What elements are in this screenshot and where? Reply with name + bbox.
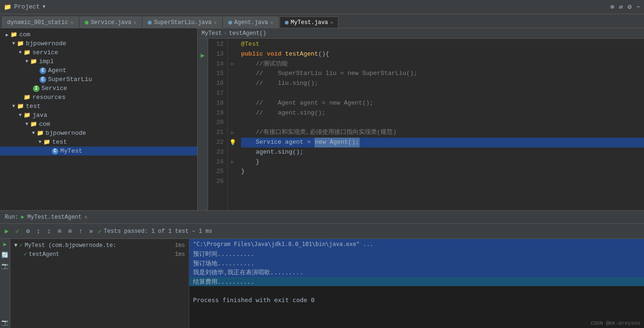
nav-icon-1[interactable]: ⊕ bbox=[610, 3, 614, 11]
resources-folder-icon: 📁 bbox=[24, 94, 31, 101]
console-line-3: 我是刘德华,我正在表演唱歌......... bbox=[189, 268, 644, 277]
bulb-icon-line22[interactable]: 💡 bbox=[229, 139, 236, 146]
tree-label-agent: Agent bbox=[48, 67, 66, 74]
tab-dynamic[interactable]: dynamic_001_static ✕ bbox=[2, 16, 79, 28]
bottom-toolbar: ▶ ✓ ⊘ ↕ ↕ ≡ ≡ ↑ » ✓ Tests passed: 1 of 1… bbox=[0, 224, 644, 239]
run-icon: ▶ bbox=[21, 213, 24, 221]
tree-item-bjpowernode[interactable]: ▼ 📁 bjpowernode bbox=[0, 39, 197, 48]
tree-item-service[interactable]: ▼ 📁 service bbox=[0, 48, 197, 57]
tab-superstar-dot bbox=[148, 21, 152, 25]
check-button[interactable]: ✓ bbox=[13, 226, 21, 236]
tree-arrow-bjpowernode2: ▼ bbox=[30, 131, 37, 136]
run-button[interactable]: ▶ bbox=[3, 226, 10, 236]
file-icon-service: I bbox=[33, 85, 40, 92]
tree-arrow-test2: ▼ bbox=[37, 139, 43, 145]
tree-item-service-iface[interactable]: I Service bbox=[0, 84, 197, 93]
sort-desc-button[interactable]: ↕ bbox=[45, 227, 53, 236]
more-button[interactable]: » bbox=[87, 227, 95, 236]
bottom-gutter-icon1: ▶ bbox=[3, 241, 7, 248]
tab-service-dot bbox=[85, 21, 89, 25]
tab-agent-close[interactable]: ✕ bbox=[271, 20, 274, 25]
sort-asc-button[interactable]: ↕ bbox=[34, 227, 42, 236]
tree-arrow-test: ▼ bbox=[10, 104, 17, 109]
tree-item-test2[interactable]: ▼ 📁 test bbox=[0, 138, 197, 147]
tree-item-resources[interactable]: 📁 resources bbox=[0, 93, 197, 102]
tree-label-service: service bbox=[32, 49, 58, 56]
test-tree-root[interactable]: ▼ ✓ MyTest (com.bjpowernode.te: 1ms bbox=[12, 241, 187, 250]
nav-up-button[interactable]: ↑ bbox=[77, 227, 84, 236]
folder-icon-service: 📁 bbox=[24, 49, 31, 56]
tree-label-impl: impl bbox=[39, 58, 54, 65]
tree-item-test[interactable]: ▼ 📁 test bbox=[0, 102, 197, 111]
nav-icon-2[interactable]: ⇄ bbox=[619, 3, 623, 11]
filter1-button[interactable]: ≡ bbox=[56, 227, 63, 236]
tab-bar: dynamic_001_static ✕ Service.java ✕ Supe… bbox=[0, 14, 644, 28]
tree-item-agent[interactable]: C Agent bbox=[0, 66, 197, 75]
folder-icon-impl: 📁 bbox=[30, 58, 37, 65]
tab-agent-dot bbox=[228, 21, 232, 25]
code-line-12: @Test bbox=[241, 40, 644, 49]
tree-item-com[interactable]: ▶ 📁 com bbox=[0, 30, 197, 39]
tree-label-test: test bbox=[26, 103, 40, 110]
minimize-icon[interactable]: − bbox=[636, 3, 640, 11]
bottom-gutter-icon4: 📷 bbox=[1, 319, 8, 326]
code-line-21: //有接口和实现类,必须使用接口指向实现类(规范) bbox=[241, 128, 644, 138]
tree-arrow-service: ▼ bbox=[17, 50, 24, 55]
stop-button[interactable]: ⊘ bbox=[24, 226, 32, 236]
tree-label-bjpowernode2: bjpowernode bbox=[46, 130, 86, 137]
tree-item-superstarliu[interactable]: C SuperStarLiu bbox=[0, 75, 197, 84]
tab-service-close[interactable]: ✕ bbox=[134, 20, 137, 25]
code-line-23: agent.sing(); bbox=[241, 148, 644, 157]
tree-arrow-bjpowernode: ▼ bbox=[10, 41, 17, 46]
tree-item-impl[interactable]: ▼ 📁 impl bbox=[0, 57, 197, 66]
tab-agent-label: Agent.java bbox=[234, 19, 268, 26]
run-label-bar: Run: ▶ MyTest.testAgent ✕ bbox=[0, 211, 644, 224]
tab-mytest-label: MyTest.java bbox=[291, 19, 328, 26]
tab-superstar-label: SuperStarLiu.java bbox=[154, 19, 211, 26]
code-line-24: } bbox=[241, 157, 644, 167]
tree-item-mytest[interactable]: C MyTest bbox=[0, 147, 197, 156]
bookmark-gutter: ▷ ▷ 💡 ▷ bbox=[228, 39, 237, 210]
code-line-20 bbox=[241, 118, 644, 128]
tab-mytest[interactable]: MyTest.java ✕ bbox=[280, 16, 338, 28]
tree-item-java[interactable]: ▼ 📁 java bbox=[0, 111, 197, 120]
tab-agent[interactable]: Agent.java ✕ bbox=[223, 16, 279, 28]
tab-dynamic-close[interactable]: ✕ bbox=[71, 20, 73, 25]
tree-item-com2[interactable]: ▼ 📁 com bbox=[0, 120, 197, 129]
code-line-18: // Agent agent = new Agent(); bbox=[241, 98, 644, 108]
filter2-button[interactable]: ≡ bbox=[66, 227, 74, 236]
tree-label-com: com bbox=[19, 31, 30, 38]
file-icon-superstarliu: C bbox=[40, 76, 46, 83]
run-tab-close[interactable]: ✕ bbox=[84, 214, 88, 220]
tree-item-bjpowernode2[interactable]: ▼ 📁 bjpowernode bbox=[0, 129, 197, 138]
test-tree-check-agent: ✓ bbox=[24, 251, 27, 258]
console-header: "C:\Program Files\Java\jdk1.8.0_101\bin\… bbox=[189, 239, 644, 249]
run-gutter: ▶ bbox=[198, 39, 208, 210]
folder-icon-com2: 📁 bbox=[30, 121, 37, 128]
tree-arrow-com: ▶ bbox=[4, 32, 10, 38]
code-line-19: // agent.sing(); bbox=[241, 108, 644, 118]
console-area: "C:\Program Files\Java\jdk1.8.0_101\bin\… bbox=[189, 239, 644, 328]
code-line-17 bbox=[241, 89, 644, 98]
project-label: Project bbox=[14, 3, 40, 10]
tree-arrow-com2: ▼ bbox=[24, 122, 30, 127]
watermark: CSDN @KK-Greyson bbox=[590, 320, 640, 326]
test-tree-agent-time: 1ms bbox=[175, 251, 185, 258]
project-dropdown-icon[interactable]: ▼ bbox=[43, 4, 46, 9]
tab-superstar[interactable]: SuperStarLiu.java ✕ bbox=[143, 16, 222, 28]
project-folder-icon: 📁 bbox=[4, 3, 11, 11]
file-icon-mytest: C bbox=[52, 148, 58, 155]
line-numbers: 12 13 14 15 16 17 18 19 20 21 22 23 24 2… bbox=[208, 39, 228, 210]
tree-label-com2: com bbox=[39, 121, 50, 128]
run-gutter-icon[interactable]: ▶ bbox=[201, 50, 204, 61]
tab-dynamic-label: dynamic_001_static bbox=[7, 19, 68, 26]
test-check-icon: ✓ bbox=[98, 228, 102, 235]
console-line-5 bbox=[189, 286, 644, 295]
tab-superstar-close[interactable]: ✕ bbox=[214, 20, 217, 25]
tab-service[interactable]: Service.java ✕ bbox=[80, 16, 142, 28]
bottom-panel: Run: ▶ MyTest.testAgent ✕ ▶ ✓ ⊘ ↕ ↕ ≡ ≡ … bbox=[0, 210, 644, 328]
tab-mytest-close[interactable]: ✕ bbox=[330, 20, 333, 25]
console-line-finish: Process finished with exit code 0 bbox=[189, 295, 644, 305]
settings-icon[interactable]: ⚙ bbox=[628, 3, 631, 11]
test-tree-testagent[interactable]: ✓ testAgent 1ms bbox=[12, 250, 187, 259]
